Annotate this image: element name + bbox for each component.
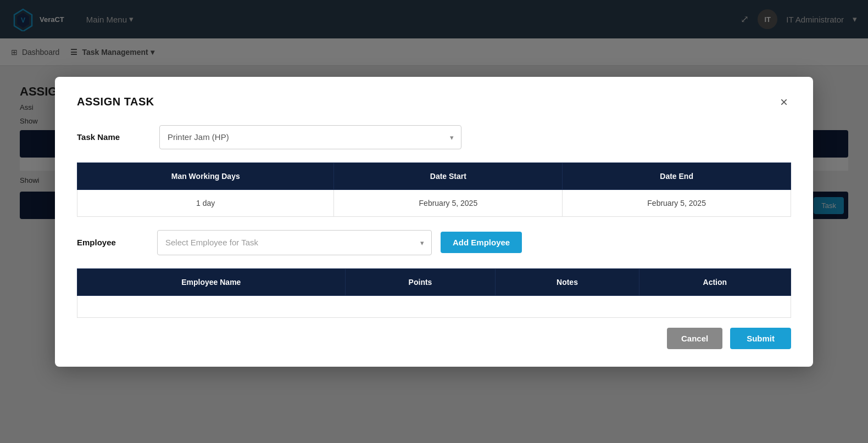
task-info-data-row: 1 day February 5, 2025 February 5, 2025 — [77, 189, 791, 216]
task-name-select[interactable]: Printer Jam (HP) — [159, 125, 461, 149]
col-date-end: Date End — [563, 162, 791, 189]
employee-table: Employee Name Points Notes Action — [77, 268, 791, 318]
add-employee-button[interactable]: Add Employee — [441, 232, 522, 253]
task-info-header-row: Man Working Days Date Start Date End — [77, 162, 791, 189]
col-notes: Notes — [496, 268, 639, 295]
col-action: Action — [639, 268, 791, 295]
task-name-label: Task Name — [77, 132, 148, 142]
employee-table-header-row: Employee Name Points Notes Action — [77, 268, 791, 295]
modal-overlay: ASSIGN TASK × Task Name Printer Jam (HP)… — [0, 0, 868, 443]
cancel-button[interactable]: Cancel — [667, 328, 722, 349]
task-name-select-wrapper: Printer Jam (HP) ▾ — [159, 125, 461, 149]
employee-select[interactable]: Select Employee for Task — [157, 230, 432, 255]
modal-header: ASSIGN TASK × — [77, 94, 791, 110]
task-info-table: Man Working Days Date Start Date End 1 d… — [77, 162, 791, 217]
close-button[interactable]: × — [777, 94, 791, 110]
employee-table-empty-cell — [77, 295, 791, 317]
task-name-row: Task Name Printer Jam (HP) ▾ — [77, 125, 791, 149]
employee-table-empty-row — [77, 295, 791, 317]
assign-task-modal: ASSIGN TASK × Task Name Printer Jam (HP)… — [55, 77, 813, 367]
cell-date-start: February 5, 2025 — [334, 189, 563, 216]
col-date-start: Date Start — [334, 162, 563, 189]
cell-date-end: February 5, 2025 — [563, 189, 791, 216]
employee-row: Employee Select Employee for Task ▾ Add … — [77, 230, 791, 255]
modal-footer: Cancel Submit — [77, 328, 791, 349]
col-man-working-days: Man Working Days — [77, 162, 334, 189]
modal-title: ASSIGN TASK — [77, 96, 154, 108]
employee-label: Employee — [77, 238, 148, 247]
submit-button[interactable]: Submit — [730, 328, 791, 349]
col-employee-name: Employee Name — [77, 268, 346, 295]
employee-select-wrapper: Select Employee for Task ▾ — [157, 230, 432, 255]
col-points: Points — [345, 268, 496, 295]
cell-man-working-days: 1 day — [77, 189, 334, 216]
